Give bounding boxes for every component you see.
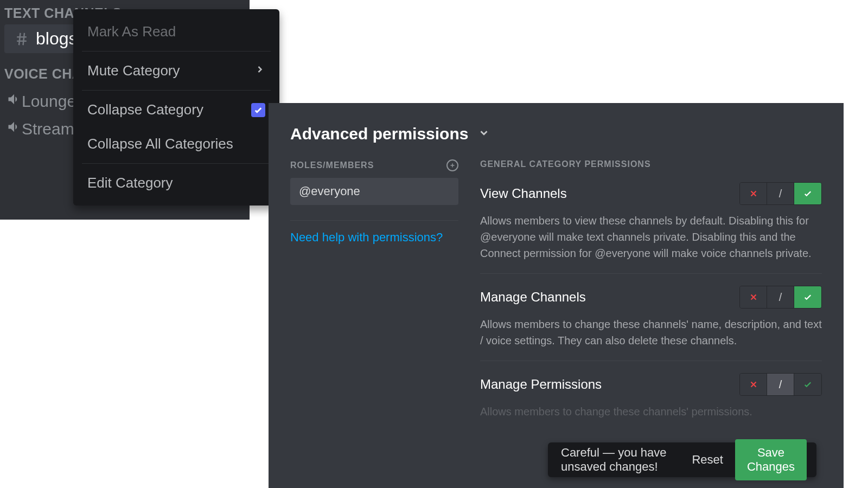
permission-manage-channels: Manage Channels / Allows members to chan…	[480, 286, 822, 349]
speaker-icon	[7, 119, 22, 138]
permission-tri-toggle: /	[739, 182, 822, 205]
divider	[480, 361, 822, 361]
menu-label: Edit Category	[87, 175, 173, 191]
perm-passthrough-button[interactable]: /	[767, 183, 794, 204]
save-changes-button[interactable]: Save Changes	[735, 439, 807, 480]
permission-description: Allows members to change these channels'…	[480, 316, 822, 349]
role-everyone[interactable]: @everyone	[290, 178, 458, 205]
permissions-settings-pane: Advanced permissions ROLES/MEMBERS @ever…	[269, 103, 844, 488]
perm-passthrough-button[interactable]: /	[767, 286, 794, 308]
roles-members-column: ROLES/MEMBERS @everyone Need help with p…	[290, 159, 458, 429]
permission-tri-toggle: /	[739, 373, 822, 396]
menu-label: Mute Category	[87, 62, 180, 79]
permissions-section-label: GENERAL CATEGORY PERMISSIONS	[480, 159, 822, 169]
menu-label: Collapse Category	[87, 101, 203, 118]
roles-members-label: ROLES/MEMBERS	[290, 160, 374, 170]
hash-icon	[11, 31, 33, 47]
perm-passthrough-button[interactable]: /	[767, 374, 794, 395]
permission-title: View Channels	[480, 186, 567, 201]
chevron-right-icon	[254, 64, 265, 78]
permission-title: Manage Channels	[480, 290, 586, 305]
perm-allow-button[interactable]	[794, 286, 821, 308]
permission-view-channels: View Channels / Allows members to view t…	[480, 182, 822, 261]
permissions-column: GENERAL CATEGORY PERMISSIONS View Channe…	[480, 159, 822, 429]
voice-channel-name: Lounge	[22, 92, 76, 111]
section-title: Advanced permissions	[290, 125, 468, 143]
unsaved-changes-text: Careful — you have unsaved changes!	[561, 446, 692, 474]
unsaved-changes-bar: Careful — you have unsaved changes! Rese…	[548, 442, 816, 477]
perm-deny-button[interactable]	[740, 374, 767, 395]
permission-description: Allows members to view these channels by…	[480, 213, 822, 261]
menu-collapse-all[interactable]: Collapse All Categories	[82, 127, 271, 161]
perm-deny-button[interactable]	[740, 183, 767, 204]
divider	[290, 220, 458, 221]
category-context-menu: Mark As Read Mute Category Collapse Cate…	[73, 9, 279, 206]
menu-collapse-category[interactable]: Collapse Category	[82, 93, 271, 127]
advanced-permissions-header[interactable]: Advanced permissions	[290, 125, 822, 143]
menu-mute-category[interactable]: Mute Category	[82, 54, 271, 88]
permission-manage-permissions: Manage Permissions / Allows members to c…	[480, 373, 822, 420]
permissions-help-link[interactable]: Need help with permissions?	[290, 230, 458, 245]
menu-label: Mark As Read	[87, 23, 176, 40]
menu-label: Collapse All Categories	[87, 136, 233, 152]
permission-tri-toggle: /	[739, 286, 822, 309]
speaker-icon	[7, 92, 22, 111]
divider	[480, 273, 822, 274]
menu-separator	[82, 163, 271, 164]
checkbox-checked-icon	[251, 103, 265, 117]
voice-channel-name: Stream	[22, 120, 74, 138]
chevron-down-icon	[478, 127, 490, 141]
permission-title: Manage Permissions	[480, 377, 602, 392]
menu-edit-category[interactable]: Edit Category	[82, 166, 271, 200]
perm-allow-button[interactable]	[794, 374, 821, 395]
perm-allow-button[interactable]	[794, 183, 821, 204]
menu-separator	[82, 51, 271, 52]
permission-description: Allows members to change these channels'…	[480, 403, 822, 420]
menu-separator	[82, 90, 271, 91]
channel-name: blogs	[36, 29, 78, 49]
menu-mark-as-read[interactable]: Mark As Read	[82, 15, 271, 49]
add-role-button[interactable]	[446, 159, 458, 171]
perm-deny-button[interactable]	[740, 286, 767, 308]
reset-button[interactable]: Reset	[692, 453, 723, 467]
